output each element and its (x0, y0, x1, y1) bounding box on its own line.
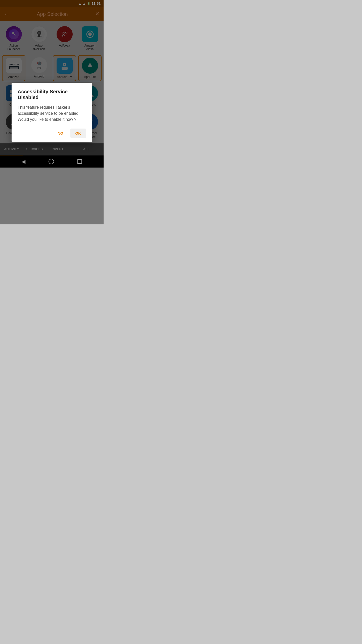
dialog-title: Accessibility Service Disabled (18, 89, 86, 100)
dialog-body: This feature requires Tasker's accessibi… (18, 104, 86, 123)
accessibility-dialog: Accessibility Service Disabled This feat… (12, 83, 92, 142)
dialog-ok-button[interactable]: OK (70, 129, 86, 138)
dialog-actions: NO OK (18, 129, 86, 138)
dialog-no-button[interactable]: NO (53, 129, 68, 138)
dialog-overlay: Accessibility Service Disabled This feat… (0, 0, 104, 224)
